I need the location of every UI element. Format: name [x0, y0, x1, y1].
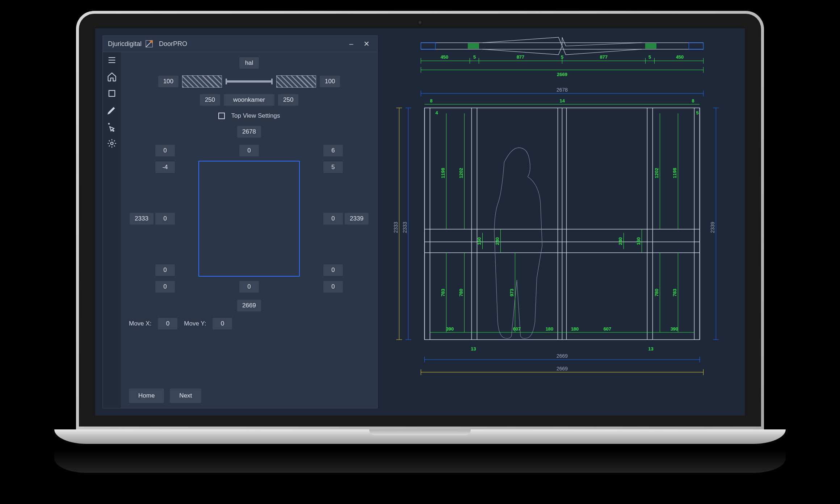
dim-bm-r: 180: [571, 326, 579, 332]
sketch-mri[interactable]: 0: [323, 213, 343, 224]
dim-hli: 2333: [402, 222, 408, 233]
dim-bm-l: 180: [546, 326, 554, 332]
sketch-tm[interactable]: 0: [239, 145, 259, 156]
titlebar: Djuricdigital DoorPRO – ✕: [103, 36, 377, 52]
dim-ow: 2678: [556, 87, 568, 93]
brand-logo-icon: [145, 40, 153, 48]
sketch-br[interactable]: 0: [323, 281, 343, 293]
sketch-bot-width[interactable]: 2669: [237, 300, 261, 311]
dim-mhgap: 973: [509, 289, 514, 297]
dim-cuo-l: 1198: [440, 168, 446, 178]
dim-top-total: 2669: [557, 72, 567, 77]
wall-right-icon: [276, 75, 316, 88]
dim-top-d6: 5: [648, 54, 651, 60]
dim-cui-l: 1202: [458, 168, 464, 178]
dim-clo-ol: 783: [440, 289, 446, 297]
movex-label: Move X:: [129, 320, 151, 327]
sketch-mlo[interactable]: 2333: [130, 213, 154, 224]
dim-f1: 2669: [556, 353, 568, 359]
dim-hlo: 2333: [393, 222, 399, 233]
dim-hr: 2339: [710, 222, 715, 233]
dim-boff-r: 13: [648, 346, 653, 352]
dim-tlin: 4: [436, 110, 438, 116]
right-100-field[interactable]: 100: [320, 76, 340, 87]
sketch-tl[interactable]: 0: [155, 145, 175, 156]
cursor-click-icon[interactable]: [107, 122, 117, 132]
sketch-mli[interactable]: 0: [155, 213, 175, 224]
dim-clo-or: 783: [672, 289, 677, 297]
next-button[interactable]: Next: [170, 388, 201, 403]
left-100-field[interactable]: 100: [158, 76, 178, 87]
dim-bi-l: 607: [513, 326, 521, 332]
dim-tright: 8: [692, 98, 694, 104]
dim-mho-l: 160: [476, 237, 482, 245]
dim-trin: 5: [696, 110, 699, 116]
sketch-tr[interactable]: 6: [323, 145, 343, 156]
movey-label: Move Y:: [184, 320, 206, 327]
gear-icon[interactable]: [107, 138, 117, 148]
svg-rect-7: [646, 43, 656, 49]
tool-sidebar: [103, 52, 121, 408]
minimize-button[interactable]: –: [345, 40, 357, 48]
dim-tleft: 8: [430, 98, 433, 104]
dim-mhi-l: 240: [495, 237, 500, 245]
movex-field[interactable]: 0: [158, 318, 177, 329]
dim-clo-il: 780: [458, 289, 464, 297]
cad-viewport[interactable]: 450 5 877 5 877 5 450 2669 267: [387, 35, 738, 408]
dim-f2: 2669: [556, 366, 568, 371]
hal-field[interactable]: hal: [239, 57, 259, 69]
home-button[interactable]: Home: [129, 388, 164, 403]
dim-mho-r: 160: [636, 237, 641, 245]
dim-top-d4: 5: [561, 54, 563, 60]
movey-field[interactable]: 0: [213, 318, 232, 329]
svg-rect-5: [689, 43, 704, 49]
sketch-mro[interactable]: 2339: [345, 213, 369, 224]
doorpro-panel: Djuricdigital DoorPRO – ✕: [102, 35, 378, 408]
sketch-lr[interactable]: 0: [323, 264, 343, 276]
sketch-ll[interactable]: 0: [155, 264, 175, 276]
pencil-icon[interactable]: [107, 105, 117, 115]
dim-boff-l: 13: [471, 346, 476, 352]
svg-rect-1: [109, 91, 115, 96]
topview-checkbox[interactable]: [218, 113, 225, 119]
wall-left-icon: [182, 75, 222, 88]
left-250-field[interactable]: 250: [200, 94, 220, 106]
dim-bo-r: 390: [671, 326, 679, 332]
camera-icon: [418, 20, 422, 25]
crop-icon[interactable]: [107, 88, 117, 98]
dim-bi-r: 607: [604, 326, 612, 332]
dim-top-d5: 877: [600, 54, 608, 60]
brand-label: Djuricdigital: [108, 40, 142, 48]
dim-cuo-r: 1198: [672, 168, 677, 178]
app-title: DoorPRO: [159, 40, 187, 48]
svg-rect-6: [468, 43, 479, 49]
home-icon[interactable]: [107, 72, 117, 82]
svg-rect-4: [421, 43, 436, 49]
sketch-editor: 0 0 6 -4 5 2333 0 0 2339 0: [129, 144, 369, 293]
dim-top-d7: 450: [676, 54, 684, 60]
sketch-ul[interactable]: -4: [155, 161, 175, 173]
dim-top-d3: 877: [517, 54, 525, 60]
sketch-bm[interactable]: 0: [239, 281, 259, 293]
close-button[interactable]: ✕: [361, 39, 372, 48]
topview-label: Top View Settings: [231, 112, 280, 119]
sketch-top-width[interactable]: 2678: [237, 126, 261, 138]
dim-top-d2: 5: [473, 54, 476, 60]
sketch-ur[interactable]: 5: [323, 161, 343, 173]
woonkamer-field[interactable]: woonkamer: [224, 94, 274, 106]
opening-slider[interactable]: [226, 80, 273, 83]
sketch-bl[interactable]: 0: [155, 281, 175, 293]
dim-clo-ir: 780: [654, 289, 659, 297]
list-icon[interactable]: [107, 55, 117, 65]
dim-top-d1: 450: [441, 54, 449, 60]
dim-bo-l: 390: [446, 326, 454, 332]
right-250-field[interactable]: 250: [278, 94, 298, 106]
dim-cui-r: 1202: [654, 168, 659, 178]
svg-point-2: [111, 142, 113, 145]
sketch-rectangle[interactable]: [198, 161, 300, 277]
dim-mhi-r: 240: [618, 237, 623, 245]
dim-tmid: 14: [560, 98, 565, 104]
